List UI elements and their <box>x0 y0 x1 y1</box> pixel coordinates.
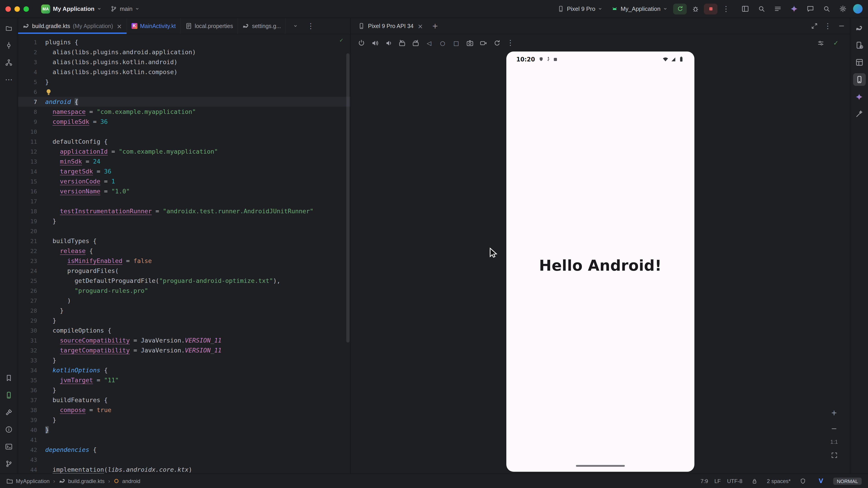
lock-icon[interactable] <box>749 475 761 487</box>
stop-button[interactable] <box>704 3 717 14</box>
code-line-38[interactable]: 38 compose = true <box>18 405 350 415</box>
inspections-ok-icon[interactable]: ✓ <box>340 37 343 43</box>
add-device-tab-button[interactable]: + <box>429 20 441 32</box>
gemini-icon[interactable] <box>853 90 866 103</box>
terminal-icon[interactable] <box>2 440 15 453</box>
overview-icon[interactable]: □ <box>450 37 462 49</box>
code-line-27[interactable]: 27 ) <box>18 295 350 305</box>
editor-tab-local.properties[interactable]: local.properties <box>181 18 238 34</box>
code-line-6[interactable]: 6 <box>18 87 350 97</box>
window-zoom-button[interactable] <box>24 6 29 11</box>
commit-icon[interactable] <box>2 39 15 52</box>
more-tools-icon[interactable]: ⋯ <box>2 73 15 86</box>
file-encoding-indicator[interactable]: UTF-8 <box>727 478 742 484</box>
editor-tab-MainActivity.kt[interactable]: KMainActivity.kt <box>127 18 181 34</box>
screen-record-icon[interactable] <box>477 37 489 49</box>
caret-position[interactable]: 7:9 <box>701 478 708 484</box>
code-line-24[interactable]: 24 proguardFiles( <box>18 266 350 275</box>
editor-options-button[interactable]: ⋮ <box>305 20 317 32</box>
device-selector[interactable]: Pixel 9 Pro <box>554 4 605 14</box>
gemini-icon[interactable] <box>788 3 800 15</box>
window-minimize-button[interactable] <box>14 6 20 11</box>
code-line-19[interactable]: 19 } <box>18 216 350 226</box>
problems-icon[interactable] <box>2 423 15 435</box>
breadcrumb-build.gradle.kts[interactable]: build.gradle.kts <box>59 478 104 484</box>
volume-down-icon[interactable] <box>382 37 394 49</box>
power-icon[interactable] <box>355 37 367 49</box>
project-folder-icon[interactable] <box>2 22 15 34</box>
code-line-23[interactable]: 23 isMinifyEnabled = false <box>18 256 350 266</box>
code-line-7[interactable]: 7android { <box>18 97 350 107</box>
rotate-right-icon[interactable] <box>410 37 421 49</box>
code-line-34[interactable]: 34 kotlinOptions { <box>18 365 350 375</box>
line-separator-indicator[interactable]: LF <box>714 478 721 484</box>
layout-inspector-icon[interactable] <box>853 56 866 69</box>
window-close-button[interactable] <box>5 6 11 11</box>
code-line-35[interactable]: 35 jvmTarget = "11" <box>18 375 350 385</box>
panel-options-button[interactable]: ⋮ <box>822 20 834 32</box>
code-line-36[interactable]: 36 } <box>18 385 350 395</box>
code-line-10[interactable]: 10 <box>18 127 350 136</box>
assistant-icon[interactable] <box>853 107 866 120</box>
rotate-left-icon[interactable] <box>396 37 408 49</box>
code-line-21[interactable]: 21 buildTypes { <box>18 236 350 246</box>
code-line-1[interactable]: 1plugins { <box>18 37 350 47</box>
code-line-31[interactable]: 31 sourceCompatibility = JavaVersion.VER… <box>18 335 350 345</box>
rerun-button[interactable] <box>673 3 687 14</box>
shield-icon[interactable] <box>797 475 809 487</box>
user-avatar[interactable] <box>853 4 863 13</box>
editor-tab-build.gradle.kts[interactable]: build.gradle.kts (My Application)× <box>18 18 127 34</box>
volume-up-icon[interactable] <box>369 37 381 49</box>
device-manager-icon[interactable] <box>853 39 866 52</box>
code-line-33[interactable]: 33 } <box>18 355 350 365</box>
indent-indicator[interactable]: 2 spaces* <box>767 478 790 484</box>
code-line-22[interactable]: 22 release { <box>18 246 350 256</box>
ui-settings-icon[interactable] <box>815 37 827 49</box>
code-line-29[interactable]: 29 } <box>18 315 350 325</box>
code-line-43[interactable]: 43 <box>18 455 350 464</box>
more-run-actions-button[interactable]: ⋮ <box>720 3 732 15</box>
gesture-handle[interactable] <box>576 465 625 467</box>
home-icon[interactable]: ○ <box>437 37 448 49</box>
device-explorer-icon[interactable] <box>2 389 15 401</box>
search-icon[interactable] <box>820 3 832 15</box>
code-line-26[interactable]: 26 "proguard-rules.pro" <box>18 286 350 295</box>
back-icon[interactable]: ◁ <box>423 37 435 49</box>
device-tab[interactable]: Pixel 9 Pro API 34 × <box>353 18 428 34</box>
breadcrumb-MyApplication[interactable]: MyApplication <box>6 478 50 484</box>
zoom-fit-button[interactable] <box>828 449 840 461</box>
code-line-5[interactable]: 5} <box>18 77 350 87</box>
zoom-in-button[interactable]: + <box>828 407 840 419</box>
gradle-icon[interactable] <box>853 22 866 34</box>
code-line-20[interactable]: 20 <box>18 226 350 236</box>
version-control-icon[interactable] <box>2 457 15 470</box>
code-line-37[interactable]: 37 buildFeatures { <box>18 395 350 405</box>
kebab-icon[interactable]: ⋮ <box>504 37 516 49</box>
zoom-out-button[interactable]: − <box>828 423 840 435</box>
code-line-44[interactable]: 44 implementation(libs.androidx.core.ktx… <box>18 464 350 474</box>
editor-scrollbar[interactable] <box>346 53 349 343</box>
bookmarks-icon[interactable] <box>2 371 15 384</box>
tasks-icon[interactable] <box>772 3 783 15</box>
code-line-3[interactable]: 3 alias(libs.plugins.kotlin.android) <box>18 57 350 67</box>
code-line-11[interactable]: 11 defaultConfig { <box>18 136 350 147</box>
code-line-30[interactable]: 30 compileOptions { <box>18 325 350 335</box>
code-line-25[interactable]: 25 getDefaultProguardFile("proguard-andr… <box>18 275 350 286</box>
code-line-14[interactable]: 14 targetSdk = 36 <box>18 166 350 176</box>
breadcrumb-android[interactable]: android <box>114 478 141 484</box>
device-screen[interactable]: 10:20 Hello Android! <box>506 52 694 472</box>
code-line-9[interactable]: 9 compileSdk = 36 <box>18 117 350 127</box>
code-line-4[interactable]: 4 alias(libs.plugins.kotlin.compose) <box>18 67 350 77</box>
intention-bulb-icon[interactable] <box>45 88 52 95</box>
open-in-window-button[interactable] <box>808 20 820 32</box>
code-line-42[interactable]: 42dependencies { <box>18 445 350 455</box>
running-devices-icon[interactable] <box>853 73 866 86</box>
close-icon[interactable]: × <box>117 23 122 29</box>
code-line-28[interactable]: 28 } <box>18 305 350 315</box>
project-selector[interactable]: MA My Application <box>38 2 104 15</box>
hide-panel-button[interactable] <box>835 20 847 32</box>
debug-button[interactable] <box>689 3 701 15</box>
settings-icon[interactable] <box>837 3 848 15</box>
code-line-40[interactable]: 40} <box>18 425 350 435</box>
code-line-32[interactable]: 32 targetCompatibility = JavaVersion.VER… <box>18 345 350 355</box>
